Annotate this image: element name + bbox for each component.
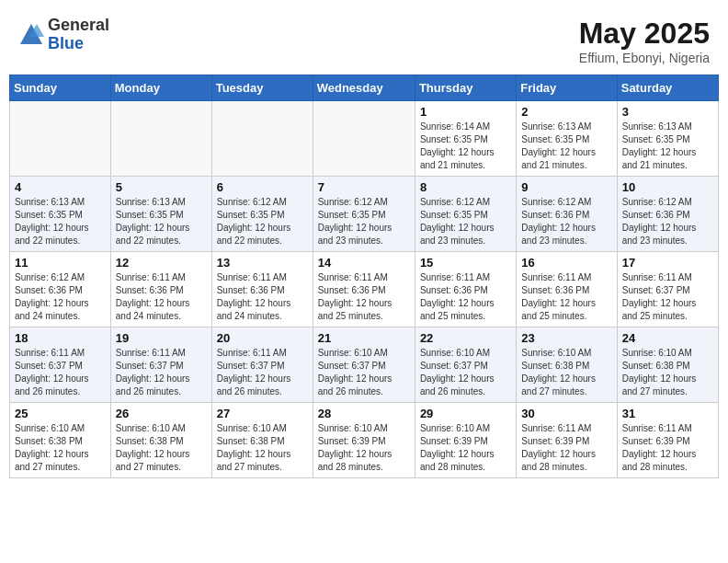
calendar-day-cell: 29Sunrise: 6:10 AM Sunset: 6:39 PM Dayli…	[415, 403, 516, 478]
calendar-week-row: 4Sunrise: 6:13 AM Sunset: 6:35 PM Daylig…	[10, 177, 719, 252]
calendar-day-cell: 2Sunrise: 6:13 AM Sunset: 6:35 PM Daylig…	[517, 101, 617, 177]
day-number: 13	[217, 256, 308, 270]
day-info: Sunrise: 6:11 AM Sunset: 6:36 PM Dayligh…	[521, 271, 611, 323]
day-info: Sunrise: 6:10 AM Sunset: 6:38 PM Dayligh…	[217, 422, 308, 474]
logo-general: General	[48, 17, 109, 35]
weekday-header: Thursday	[415, 75, 516, 101]
day-number: 27	[217, 407, 308, 420]
day-info: Sunrise: 6:12 AM Sunset: 6:36 PM Dayligh…	[521, 196, 611, 247]
day-number: 15	[420, 256, 511, 270]
weekday-header: Tuesday	[211, 75, 313, 101]
location-subtitle: Effium, Ebonyi, Nigeria	[579, 51, 710, 65]
day-info: Sunrise: 6:10 AM Sunset: 6:39 PM Dayligh…	[420, 422, 511, 474]
day-number: 2	[521, 105, 611, 119]
logo-blue: Blue	[48, 35, 109, 53]
day-number: 26	[116, 407, 207, 420]
title-block: May 2025 Effium, Ebonyi, Nigeria	[579, 17, 710, 65]
day-number: 30	[521, 407, 611, 420]
day-info: Sunrise: 6:10 AM Sunset: 6:38 PM Dayligh…	[622, 347, 713, 398]
calendar-day-cell: 16Sunrise: 6:11 AM Sunset: 6:36 PM Dayli…	[517, 252, 617, 327]
day-number: 6	[217, 180, 308, 194]
calendar-day-cell: 9Sunrise: 6:12 AM Sunset: 6:36 PM Daylig…	[517, 177, 617, 252]
day-number: 22	[420, 331, 511, 345]
calendar-day-cell: 30Sunrise: 6:11 AM Sunset: 6:39 PM Dayli…	[517, 403, 617, 478]
day-info: Sunrise: 6:11 AM Sunset: 6:39 PM Dayligh…	[622, 422, 713, 474]
day-number: 28	[318, 407, 410, 420]
calendar-day-cell: 3Sunrise: 6:13 AM Sunset: 6:35 PM Daylig…	[617, 101, 718, 177]
calendar-day-cell: 12Sunrise: 6:11 AM Sunset: 6:36 PM Dayli…	[110, 252, 211, 327]
calendar-day-cell: 21Sunrise: 6:10 AM Sunset: 6:37 PM Dayli…	[313, 327, 415, 403]
day-info: Sunrise: 6:10 AM Sunset: 6:38 PM Dayligh…	[521, 347, 611, 398]
day-info: Sunrise: 6:11 AM Sunset: 6:37 PM Dayligh…	[15, 347, 106, 398]
calendar-day-cell: 28Sunrise: 6:10 AM Sunset: 6:39 PM Dayli…	[313, 403, 415, 478]
month-title: May 2025	[579, 17, 710, 51]
day-number: 7	[318, 180, 410, 194]
day-info: Sunrise: 6:11 AM Sunset: 6:36 PM Dayligh…	[217, 271, 308, 323]
calendar-day-cell: 6Sunrise: 6:12 AM Sunset: 6:35 PM Daylig…	[211, 177, 313, 252]
calendar-day-cell: 20Sunrise: 6:11 AM Sunset: 6:37 PM Dayli…	[211, 327, 313, 403]
calendar-day-cell: 18Sunrise: 6:11 AM Sunset: 6:37 PM Dayli…	[10, 327, 111, 403]
day-info: Sunrise: 6:11 AM Sunset: 6:39 PM Dayligh…	[521, 422, 611, 474]
day-number: 24	[622, 331, 713, 345]
day-info: Sunrise: 6:11 AM Sunset: 6:36 PM Dayligh…	[420, 271, 511, 323]
day-number: 3	[622, 105, 713, 119]
day-number: 16	[521, 256, 611, 270]
day-number: 12	[116, 256, 207, 270]
calendar-table: SundayMondayTuesdayWednesdayThursdayFrid…	[9, 75, 719, 478]
weekday-header: Wednesday	[313, 75, 415, 101]
calendar-day-cell: 14Sunrise: 6:11 AM Sunset: 6:36 PM Dayli…	[313, 252, 415, 327]
day-number: 4	[15, 180, 106, 194]
calendar-day-cell: 7Sunrise: 6:12 AM Sunset: 6:35 PM Daylig…	[313, 177, 415, 252]
day-info: Sunrise: 6:10 AM Sunset: 6:38 PM Dayligh…	[116, 422, 207, 474]
day-number: 5	[116, 180, 207, 194]
day-info: Sunrise: 6:12 AM Sunset: 6:36 PM Dayligh…	[622, 196, 713, 247]
day-info: Sunrise: 6:13 AM Sunset: 6:35 PM Dayligh…	[622, 121, 713, 172]
day-info: Sunrise: 6:11 AM Sunset: 6:37 PM Dayligh…	[622, 271, 713, 323]
calendar-day-cell: 15Sunrise: 6:11 AM Sunset: 6:36 PM Dayli…	[415, 252, 516, 327]
day-info: Sunrise: 6:10 AM Sunset: 6:39 PM Dayligh…	[318, 422, 410, 474]
page-header: General Blue May 2025 Effium, Ebonyi, Ni…	[9, 9, 719, 69]
day-info: Sunrise: 6:11 AM Sunset: 6:36 PM Dayligh…	[318, 271, 410, 323]
day-info: Sunrise: 6:10 AM Sunset: 6:37 PM Dayligh…	[318, 347, 410, 398]
day-info: Sunrise: 6:13 AM Sunset: 6:35 PM Dayligh…	[116, 196, 207, 247]
logo-text: General Blue	[48, 17, 109, 53]
day-info: Sunrise: 6:13 AM Sunset: 6:35 PM Dayligh…	[15, 196, 106, 247]
calendar-day-cell: 1Sunrise: 6:14 AM Sunset: 6:35 PM Daylig…	[415, 101, 516, 177]
calendar-week-row: 1Sunrise: 6:14 AM Sunset: 6:35 PM Daylig…	[10, 101, 719, 177]
day-info: Sunrise: 6:10 AM Sunset: 6:37 PM Dayligh…	[420, 347, 511, 398]
day-number: 11	[15, 256, 106, 270]
calendar-day-cell: 25Sunrise: 6:10 AM Sunset: 6:38 PM Dayli…	[10, 403, 111, 478]
calendar-week-row: 11Sunrise: 6:12 AM Sunset: 6:36 PM Dayli…	[10, 252, 719, 327]
day-info: Sunrise: 6:11 AM Sunset: 6:36 PM Dayligh…	[116, 271, 207, 323]
calendar-day-cell	[211, 101, 313, 177]
calendar-week-row: 18Sunrise: 6:11 AM Sunset: 6:37 PM Dayli…	[10, 327, 719, 403]
logo: General Blue	[18, 17, 109, 53]
calendar-day-cell	[110, 101, 211, 177]
day-info: Sunrise: 6:12 AM Sunset: 6:36 PM Dayligh…	[15, 271, 106, 323]
day-number: 10	[622, 180, 713, 194]
weekday-header: Monday	[110, 75, 211, 101]
calendar-day-cell: 17Sunrise: 6:11 AM Sunset: 6:37 PM Dayli…	[617, 252, 718, 327]
day-number: 1	[420, 105, 511, 119]
calendar-day-cell: 11Sunrise: 6:12 AM Sunset: 6:36 PM Dayli…	[10, 252, 111, 327]
calendar-day-cell	[313, 101, 415, 177]
calendar-day-cell: 24Sunrise: 6:10 AM Sunset: 6:38 PM Dayli…	[617, 327, 718, 403]
calendar-day-cell	[10, 101, 111, 177]
day-info: Sunrise: 6:14 AM Sunset: 6:35 PM Dayligh…	[420, 121, 511, 172]
day-number: 23	[521, 331, 611, 345]
calendar-day-cell: 26Sunrise: 6:10 AM Sunset: 6:38 PM Dayli…	[110, 403, 211, 478]
day-number: 21	[318, 331, 410, 345]
calendar-day-cell: 23Sunrise: 6:10 AM Sunset: 6:38 PM Dayli…	[517, 327, 617, 403]
day-number: 17	[622, 256, 713, 270]
day-number: 31	[622, 407, 713, 420]
weekday-header: Friday	[517, 75, 617, 101]
calendar-day-cell: 22Sunrise: 6:10 AM Sunset: 6:37 PM Dayli…	[415, 327, 516, 403]
day-number: 9	[521, 180, 611, 194]
logo-icon	[18, 22, 44, 48]
calendar-day-cell: 4Sunrise: 6:13 AM Sunset: 6:35 PM Daylig…	[10, 177, 111, 252]
day-info: Sunrise: 6:12 AM Sunset: 6:35 PM Dayligh…	[318, 196, 410, 247]
day-number: 19	[116, 331, 207, 345]
calendar-day-cell: 10Sunrise: 6:12 AM Sunset: 6:36 PM Dayli…	[617, 177, 718, 252]
calendar-day-cell: 5Sunrise: 6:13 AM Sunset: 6:35 PM Daylig…	[110, 177, 211, 252]
calendar-day-cell: 19Sunrise: 6:11 AM Sunset: 6:37 PM Dayli…	[110, 327, 211, 403]
